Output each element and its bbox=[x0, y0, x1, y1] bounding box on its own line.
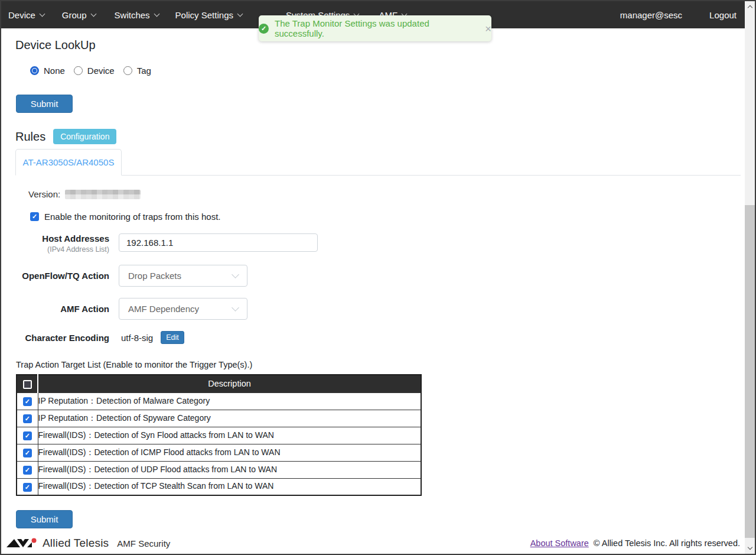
row-description: IP Reputation：Detection of Malware Categ… bbox=[38, 392, 421, 410]
select-all-checkbox[interactable] bbox=[23, 380, 32, 389]
scrollbar-down-button[interactable] bbox=[745, 543, 755, 553]
rules-header: Rules Configuration bbox=[15, 129, 741, 144]
chevron-down-icon bbox=[747, 545, 752, 550]
scrollbar-up-button[interactable] bbox=[745, 2, 755, 12]
host-addresses-input[interactable] bbox=[119, 233, 318, 252]
chevron-up-icon bbox=[747, 5, 752, 10]
table-row: Firewall(IDS)：Detection of UDP Flood att… bbox=[17, 461, 421, 478]
device-lookup-radio-group: None Device Tag bbox=[30, 66, 741, 76]
row-checkbox[interactable] bbox=[23, 466, 32, 475]
version-row: Version: bbox=[28, 189, 741, 199]
navbar-right: manager@sesc Logout bbox=[620, 10, 746, 20]
openflow-action-row: OpenFlow/TQ Action Drop Packets bbox=[15, 265, 741, 287]
scrollbar-thumb[interactable] bbox=[745, 205, 755, 538]
version-label: Version: bbox=[28, 189, 60, 199]
about-software-link[interactable]: About Software bbox=[530, 538, 589, 548]
trap-list-title: Trap Action Target List (Enable to monit… bbox=[16, 360, 741, 369]
table-row: IP Reputation：Detection of Spyware Categ… bbox=[17, 410, 421, 427]
row-checkbox[interactable] bbox=[23, 483, 32, 492]
footer-copyright: © Allied Telesis Inc. All rights reserve… bbox=[594, 538, 740, 548]
footer: Allied Telesis AMF Security About Softwa… bbox=[1, 534, 746, 554]
nav-menu-group[interactable]: Group bbox=[62, 10, 96, 20]
chevron-down-icon bbox=[154, 11, 159, 17]
radio-label-tag: Tag bbox=[137, 66, 151, 76]
row-description: Firewall(IDS)：Detection of ICMP Flood at… bbox=[38, 444, 421, 461]
row-checkbox[interactable] bbox=[23, 397, 32, 406]
amf-action-select[interactable]: AMF Dependency bbox=[119, 298, 247, 320]
logged-in-user: manager@sesc bbox=[620, 10, 682, 20]
row-checkbox[interactable] bbox=[23, 414, 32, 423]
character-encoding-value: utf-8-sig bbox=[121, 333, 153, 343]
radio-option-device[interactable]: Device bbox=[74, 66, 115, 76]
chevron-down-icon bbox=[39, 11, 45, 17]
rules-title: Rules bbox=[15, 129, 45, 144]
chevron-down-icon bbox=[90, 11, 96, 17]
row-description: IP Reputation：Detection of Spyware Categ… bbox=[38, 410, 421, 427]
chevron-down-icon bbox=[232, 304, 239, 311]
nav-menu-group-label: Group bbox=[62, 10, 87, 20]
radio-button-none[interactable] bbox=[30, 66, 39, 75]
radio-button-tag[interactable] bbox=[123, 66, 132, 75]
logout-button[interactable]: Logout bbox=[709, 10, 737, 20]
amf-action-label: AMF Action bbox=[15, 304, 109, 314]
table-header-checkbox-cell bbox=[17, 375, 38, 392]
radio-option-tag[interactable]: Tag bbox=[123, 66, 151, 76]
footer-product: AMF Security bbox=[117, 538, 170, 548]
tab-at-ar3050s-ar4050s[interactable]: AT-AR3050S/AR4050S bbox=[15, 149, 122, 176]
close-icon[interactable]: × bbox=[485, 23, 491, 34]
trap-action-table: Description IP Reputation：Detection of M… bbox=[16, 374, 422, 496]
radio-label-device: Device bbox=[87, 66, 115, 76]
rules-submit-button[interactable]: Submit bbox=[16, 510, 73, 528]
toast-message: The Trap Monitor Settings was updated su… bbox=[275, 18, 478, 38]
table-row: Firewall(IDS)：Detection of TCP Stealth S… bbox=[17, 478, 421, 495]
footer-brand: Allied Telesis bbox=[43, 537, 109, 550]
chevron-down-icon bbox=[237, 11, 243, 17]
amf-action-row: AMF Action AMF Dependency bbox=[15, 298, 741, 320]
amf-action-value: AMF Dependency bbox=[128, 304, 199, 314]
table-header-row: Description bbox=[17, 375, 421, 392]
app-window: Device Group Switches Policy Settings Sy… bbox=[0, 0, 756, 555]
openflow-action-select[interactable]: Drop Packets bbox=[119, 265, 247, 287]
host-addresses-row: Host Addresses (IPv4 Address List) bbox=[15, 233, 741, 254]
main-content: Device LookUp None Device Tag Submit Rul… bbox=[1, 28, 755, 528]
enable-monitoring-checkbox[interactable] bbox=[30, 212, 39, 221]
device-model-tabs: AT-AR3050S/AR4050S bbox=[15, 150, 741, 176]
nav-menu-switches-label: Switches bbox=[115, 10, 150, 20]
success-check-icon bbox=[259, 24, 269, 34]
radio-option-none[interactable]: None bbox=[30, 66, 65, 76]
row-description: Firewall(IDS)：Detection of TCP Stealth S… bbox=[38, 478, 421, 495]
footer-right: About Software © Allied Telesis Inc. All… bbox=[530, 538, 740, 548]
host-addresses-sublabel: (IPv4 Address List) bbox=[15, 245, 109, 254]
version-value-redacted bbox=[65, 190, 141, 199]
radio-button-device[interactable] bbox=[74, 66, 83, 75]
configuration-badge: Configuration bbox=[53, 129, 116, 144]
row-checkbox[interactable] bbox=[23, 431, 32, 440]
table-row: Firewall(IDS)：Detection of ICMP Flood at… bbox=[17, 444, 421, 461]
table-header-description: Description bbox=[38, 375, 421, 392]
nav-menu-device[interactable]: Device bbox=[8, 10, 44, 20]
table-row: Firewall(IDS)：Detection of Syn Flood att… bbox=[17, 427, 421, 444]
host-addresses-label: Host Addresses bbox=[42, 233, 109, 244]
character-encoding-edit-button[interactable]: Edit bbox=[161, 331, 184, 344]
nav-menu-switches[interactable]: Switches bbox=[115, 10, 159, 20]
table-row: IP Reputation：Detection of Malware Categ… bbox=[17, 392, 421, 410]
character-encoding-row: Character Encoding utf-8-sig Edit bbox=[15, 331, 741, 344]
success-toast: The Trap Monitor Settings was updated su… bbox=[259, 15, 491, 41]
nav-menu-policy-settings-label: Policy Settings bbox=[175, 10, 233, 20]
openflow-action-label: OpenFlow/TQ Action bbox=[15, 271, 109, 281]
enable-monitoring-row: Enable the monitoring of traps from this… bbox=[30, 212, 741, 222]
allied-telesis-logo-icon bbox=[6, 537, 38, 550]
enable-monitoring-label: Enable the monitoring of traps from this… bbox=[44, 212, 220, 222]
row-checkbox[interactable] bbox=[23, 449, 32, 457]
chevron-down-icon bbox=[232, 271, 239, 278]
nav-menu-policy-settings[interactable]: Policy Settings bbox=[175, 10, 242, 20]
radio-label-none: None bbox=[44, 66, 65, 76]
row-description: Firewall(IDS)：Detection of Syn Flood att… bbox=[38, 427, 421, 444]
vertical-scrollbar[interactable] bbox=[745, 1, 755, 554]
host-addresses-label-block: Host Addresses (IPv4 Address List) bbox=[15, 233, 109, 254]
row-description: Firewall(IDS)：Detection of UDP Flood att… bbox=[38, 461, 421, 478]
character-encoding-label: Character Encoding bbox=[15, 333, 109, 343]
device-lookup-submit-button[interactable]: Submit bbox=[16, 95, 73, 113]
openflow-action-value: Drop Packets bbox=[128, 271, 181, 281]
nav-menu-device-label: Device bbox=[8, 10, 35, 20]
